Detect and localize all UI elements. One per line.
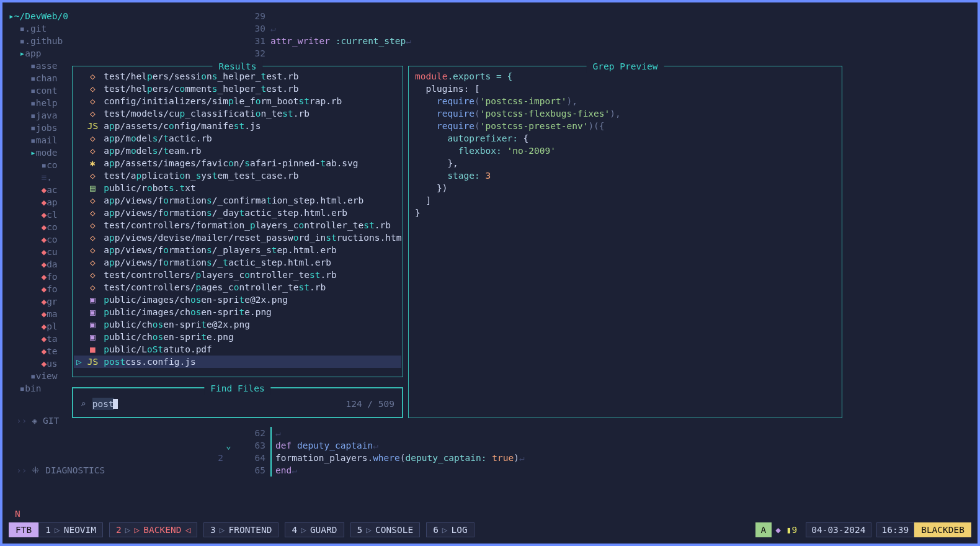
result-row[interactable]: JS app/assets/config/manifest.js bbox=[74, 120, 401, 132]
search-input[interactable]: post bbox=[92, 398, 114, 410]
result-row[interactable]: ◇ app/models/tactic.rb bbox=[74, 132, 401, 145]
result-row[interactable]: ◇ test/controllers/pages_controller_test… bbox=[74, 281, 401, 293]
gutter-bot: 62 ⌄63 264 65 bbox=[233, 427, 265, 477]
tree-item[interactable]: ◆fo bbox=[9, 271, 69, 283]
tree-item[interactable]: ▪view bbox=[9, 370, 69, 382]
tree-item[interactable]: ▪jobs bbox=[9, 122, 69, 134]
tree-item[interactable]: ▪help bbox=[9, 97, 69, 109]
tree-item[interactable]: ▸mode bbox=[9, 146, 69, 159]
vim-mode-indicator: N bbox=[15, 508, 20, 520]
result-row[interactable]: ◇ config/initializers/simple_form_bootst… bbox=[74, 95, 401, 107]
status-host: BLACKDEB bbox=[914, 522, 971, 537]
tree-item[interactable]: ◆co bbox=[9, 233, 69, 246]
cwd-path: ~/DevWeb/01-Varie/Ftbmanager bbox=[14, 11, 69, 21]
battery-icon: ◆ ▮9 bbox=[772, 522, 801, 537]
result-row[interactable]: ◇ test/helpers/comments_helper_test.rb bbox=[74, 83, 401, 95]
tree-item[interactable]: ▪mail bbox=[9, 134, 69, 146]
diagnostics-section[interactable]: ›⁜ DIAGNOSTICS bbox=[16, 464, 105, 477]
tmux-tab[interactable]: 5 ▷ CONSOLE bbox=[350, 522, 421, 537]
find-title: Find Files bbox=[204, 382, 270, 395]
result-row[interactable]: ▣ public/chosen-sprite@2x.png bbox=[74, 318, 401, 331]
result-row[interactable]: ◇ test/controllers/players_controller_te… bbox=[74, 269, 401, 281]
session-name[interactable]: FTB bbox=[9, 522, 38, 537]
cursor bbox=[113, 399, 118, 409]
editor-bottom[interactable]: ↵ def deputy_captain↵ formation_players.… bbox=[270, 427, 525, 477]
grep-preview-panel: Grep Preview module.exports = { plugins:… bbox=[408, 66, 842, 418]
search-icon: ⌕ bbox=[81, 398, 86, 410]
tree-item[interactable]: ◆te bbox=[9, 345, 69, 357]
result-row[interactable]: ◇ app/models/team.rb bbox=[74, 145, 401, 157]
grep-body: module.exports = { plugins: [ require('p… bbox=[415, 70, 835, 414]
tree-item[interactable]: ◆co bbox=[9, 221, 69, 233]
tmux-tab[interactable]: 3 ▷ FRONTEND bbox=[203, 522, 278, 537]
result-row[interactable]: ▣ public/chosen-sprite.png bbox=[74, 331, 401, 343]
status-date: 04-03-2024 bbox=[806, 522, 871, 537]
tree-item[interactable]: ▸app bbox=[9, 47, 69, 60]
tree-item[interactable]: ▪co bbox=[9, 159, 69, 171]
results-panel: Results ◇ test/helpers/sessions_helper_t… bbox=[72, 66, 403, 377]
tree-item[interactable]: ▪bin bbox=[9, 382, 69, 395]
tree-item[interactable]: ◆ma bbox=[9, 308, 69, 320]
tree-item[interactable]: ≡. bbox=[9, 171, 69, 184]
file-tree[interactable]: ▸~/DevWeb/01-Varie/Ftbmanager ▪.git ▪.gi… bbox=[9, 10, 69, 407]
tree-item[interactable]: ▪.git bbox=[9, 22, 69, 35]
result-row[interactable]: ▣ public/images/chosen-sprite.png bbox=[74, 306, 401, 318]
result-row[interactable]: ◇ app/views/formations/_players_step.htm… bbox=[74, 244, 401, 256]
tree-item[interactable]: ▪cont bbox=[9, 84, 69, 97]
tree-item[interactable]: ◆pl bbox=[9, 320, 69, 333]
tree-item[interactable]: ▪java bbox=[9, 109, 69, 122]
status-bar: FTB 1 ▷ NEOVIM2 ▷ ▷BACKEND◁3 ▷ FRONTEND4… bbox=[9, 522, 971, 537]
status-mode: A bbox=[755, 522, 772, 537]
editor-top[interactable]: ↵ attr_writer :current_step↵ bbox=[270, 10, 411, 60]
find-files-panel: Find Files ⌕ post 124 / 509 bbox=[72, 387, 403, 418]
tree-item[interactable]: ▪.github bbox=[9, 35, 69, 47]
result-row[interactable]: ◇ app/views/formations/_confirmation_ste… bbox=[74, 194, 401, 207]
result-row[interactable]: ◇ app/views/formations/_daytactic_step.h… bbox=[74, 207, 401, 219]
tree-item[interactable]: ◆ta bbox=[9, 333, 69, 345]
tree-item[interactable]: ◆ac bbox=[9, 184, 69, 196]
status-time: 16:39 bbox=[876, 522, 915, 537]
tree-item[interactable]: ◆fo bbox=[9, 283, 69, 295]
git-section[interactable]: ›◈ GIT bbox=[16, 414, 59, 427]
tmux-tab[interactable]: 2 ▷ ▷BACKEND◁ bbox=[109, 522, 197, 537]
tree-item[interactable]: ◆cl bbox=[9, 208, 69, 221]
result-row[interactable]: ◇ app/views/formations/_tactic_step.html… bbox=[74, 256, 401, 269]
result-row[interactable]: ◇ test/application_system_test_case.rb bbox=[74, 169, 401, 182]
tree-item[interactable]: ◆us bbox=[9, 357, 69, 370]
result-row[interactable]: ▣ public/images/chosen-sprite@2x.png bbox=[74, 293, 401, 306]
result-row[interactable]: ◇ test/models/cup_classification_test.rb bbox=[74, 107, 401, 120]
tmux-tab[interactable]: 1 ▷ NEOVIM bbox=[38, 522, 103, 537]
tmux-tab[interactable]: 4 ▷ GUARD bbox=[285, 522, 344, 537]
result-count: 124 / 509 bbox=[345, 398, 394, 410]
tree-item[interactable]: ◆da bbox=[9, 258, 69, 271]
chevron-down-icon[interactable]: ⌄ bbox=[226, 439, 231, 452]
tree-item[interactable]: ◆gr bbox=[9, 295, 69, 308]
tree-item[interactable]: ◆cu bbox=[9, 246, 69, 258]
tmux-tab[interactable]: 6 ▷ LOG bbox=[426, 522, 474, 537]
result-row[interactable]: ✱ app/assets/images/favicon/safari-pinne… bbox=[74, 157, 401, 169]
result-row[interactable]: ◇ test/controllers/formation_players_con… bbox=[74, 219, 401, 231]
tree-item[interactable]: ▪chan bbox=[9, 72, 69, 84]
results-list[interactable]: ◇ test/helpers/sessions_helper_test.rb ◇… bbox=[74, 70, 401, 375]
result-row[interactable]: ▤ public/robots.txt bbox=[74, 182, 401, 194]
tree-item[interactable]: ◆ap bbox=[9, 196, 69, 208]
result-row[interactable]: ▷ JS postcss.config.js bbox=[74, 356, 401, 368]
result-row[interactable]: ■ public/LoStatuto.pdf bbox=[74, 343, 401, 356]
tree-item[interactable]: ▪asse bbox=[9, 60, 69, 72]
result-row[interactable]: ◇ app/views/devise/mailer/reset_password… bbox=[74, 231, 401, 244]
gutter-top: 29 30 31 32 bbox=[233, 10, 265, 60]
result-row[interactable]: ◇ test/helpers/sessions_helper_test.rb bbox=[74, 70, 401, 83]
